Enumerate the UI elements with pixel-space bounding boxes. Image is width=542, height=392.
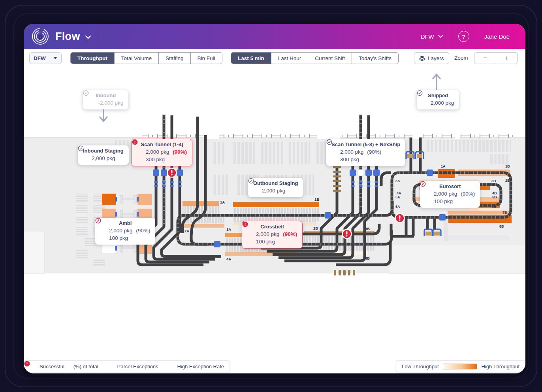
ok-percent: (90%) bbox=[283, 230, 297, 238]
callout-title: Scan Tunnel (5-8) + NexShip bbox=[331, 141, 400, 147]
callout-title: Ambi bbox=[100, 220, 150, 226]
legend-low-throughput: Low Throughput bbox=[402, 364, 439, 369]
callout-ambi[interactable]: Ambi 2,000 pkg(90%) 100 pkg bbox=[95, 218, 155, 245]
misc-bar bbox=[444, 220, 448, 241]
zoom-control: − + bbox=[474, 52, 518, 64]
tab-todays-shifts[interactable]: Today's Shifts bbox=[352, 53, 398, 64]
exception-outline-icon bbox=[100, 235, 106, 241]
svg-text:4B: 4B bbox=[365, 256, 370, 260]
callout-title: Inbound bbox=[88, 92, 123, 98]
app-title: Flow bbox=[55, 30, 80, 43]
ok-percent: (90%) bbox=[173, 148, 187, 156]
callout-title: Eurosort bbox=[425, 183, 475, 189]
callout-crossbelt[interactable]: Crossbelt 2,000 pkg(90%) 100 pkg bbox=[242, 221, 303, 249]
high-exception-badge[interactable] bbox=[343, 230, 352, 239]
svg-text:2B: 2B bbox=[505, 179, 510, 183]
ok-percent: (90%) bbox=[367, 148, 381, 156]
tab-staffing[interactable]: Staffing bbox=[158, 53, 190, 64]
check-circle-icon bbox=[88, 100, 94, 106]
throughput-gradient-bar bbox=[443, 364, 478, 369]
time-tab-group: Last 5 min Last Hour Current Shift Today… bbox=[231, 52, 399, 64]
ok-count: 2,000 pkg bbox=[340, 148, 363, 156]
callout-shipped[interactable]: Shipped 2,000 pkg bbox=[417, 90, 459, 109]
callout-eurosort[interactable]: Eurosort 2,000 pkg(90%) 100 pkg bbox=[420, 181, 480, 208]
tab-last-5-min[interactable]: Last 5 min bbox=[231, 53, 271, 64]
svg-text:6A: 6A bbox=[395, 205, 400, 209]
help-icon[interactable]: ? bbox=[458, 31, 469, 42]
svg-text:7B: 7B bbox=[502, 211, 507, 215]
callout-title: Inbound Staging bbox=[83, 148, 124, 154]
exception-outline-icon bbox=[107, 364, 113, 369]
exception-count: 100 pkg bbox=[109, 234, 128, 242]
tab-total-volume[interactable]: Total Volume bbox=[114, 53, 158, 64]
ok-count: 2,000 pkg bbox=[256, 230, 279, 238]
high-exception-badge[interactable] bbox=[167, 168, 177, 177]
check-circle-icon bbox=[247, 231, 253, 237]
ok-count: 2,000 pkg bbox=[109, 227, 132, 234]
exception-outline-icon bbox=[425, 198, 431, 204]
chevron-down-icon bbox=[438, 35, 443, 38]
building-cutout-left bbox=[24, 231, 44, 273]
zoom-label: Zoom bbox=[454, 55, 468, 61]
check-circle-icon bbox=[83, 155, 89, 161]
building-panel-right bbox=[389, 245, 525, 273]
svg-text:3A: 3A bbox=[226, 227, 231, 232]
layers-button[interactable]: Layers bbox=[414, 52, 449, 64]
throughput-legend: Low Throughput High Throughput bbox=[396, 360, 525, 372]
site-selector-header[interactable]: DFW bbox=[421, 33, 443, 40]
exception-count: 100 pkg bbox=[256, 238, 275, 245]
tab-current-shift[interactable]: Current Shift bbox=[308, 53, 352, 64]
callout-inbound-staging[interactable]: Inbound Staging 2,000 pkg bbox=[78, 145, 129, 165]
ok-count: 2,000 pkg bbox=[262, 187, 285, 194]
shipped-arrow-icon bbox=[433, 74, 440, 90]
chevron-down-icon[interactable] bbox=[85, 35, 91, 39]
callout-scan-tunnel-5-8[interactable]: Scan Tunnel (5-8) + NexShip 2,000 pkg(90… bbox=[326, 139, 405, 166]
ok-count: ~2,000 pkg bbox=[97, 99, 123, 107]
zoom-out-button[interactable]: − bbox=[474, 53, 496, 64]
svg-text:2A: 2A bbox=[184, 229, 189, 233]
check-circle-icon bbox=[422, 100, 428, 106]
callout-inbound[interactable]: Inbound ~2,000 pkg bbox=[83, 90, 128, 109]
exception-filled-icon bbox=[247, 239, 253, 245]
svg-text:3B: 3B bbox=[491, 179, 496, 183]
ok-percent: (90%) bbox=[136, 227, 150, 234]
tab-bin-full[interactable]: Bin Full bbox=[190, 53, 222, 64]
tab-last-hour[interactable]: Last Hour bbox=[271, 53, 308, 64]
legend-high-throughput: High Throughput bbox=[481, 364, 519, 369]
user-name[interactable]: Jane Doe bbox=[484, 33, 510, 40]
ok-count: 2,000 pkg bbox=[92, 155, 115, 162]
misc-bar bbox=[448, 236, 510, 240]
site-select-dropdown[interactable]: DFW bbox=[29, 52, 62, 64]
high-exception-badge[interactable] bbox=[395, 214, 405, 223]
callout-title: Scan Tunnel (1-4) bbox=[137, 141, 187, 147]
svg-text:3B: 3B bbox=[365, 226, 370, 231]
svg-text:1B: 1B bbox=[505, 164, 510, 168]
svg-text:3A: 3A bbox=[395, 179, 400, 183]
check-circle-icon bbox=[331, 156, 337, 162]
svg-text:1A: 1A bbox=[441, 164, 446, 168]
svg-text:8B: 8B bbox=[499, 224, 504, 228]
svg-text:5B: 5B bbox=[492, 195, 497, 199]
svg-text:p: p bbox=[38, 33, 42, 40]
ok-count: 2,000 pkg bbox=[431, 99, 454, 107]
callout-title: Shipped bbox=[422, 92, 454, 98]
svg-text:4A: 4A bbox=[226, 257, 231, 261]
app-header: p Flow DFW ? Jane Doe bbox=[24, 24, 525, 49]
facility-map[interactable]: 1A 1B 2A 2B 3A 3B 4A 4B 1A 1B 2A 2B 3A 3… bbox=[24, 67, 525, 373]
svg-text:1A: 1A bbox=[220, 200, 225, 204]
ok-count: 2,000 pkg bbox=[146, 148, 169, 156]
tab-throughput[interactable]: Throughput bbox=[71, 53, 114, 64]
callout-outbound-staging[interactable]: Outbound Staging 2,000 pkg bbox=[248, 178, 303, 197]
zoom-in-button[interactable]: + bbox=[496, 53, 518, 64]
svg-text:1B: 1B bbox=[314, 197, 319, 202]
svg-text:6B: 6B bbox=[491, 205, 496, 209]
flow-logo-icon: p bbox=[31, 27, 50, 46]
metric-tab-group: Throughput Total Volume Staffing Bin Ful… bbox=[70, 52, 222, 64]
ok-count: 2,000 pkg bbox=[434, 190, 457, 198]
check-circle-icon bbox=[137, 149, 143, 155]
toolbar: DFW Throughput Total Volume Staffing Bin… bbox=[24, 49, 525, 68]
callout-scan-tunnel-1-4[interactable]: Scan Tunnel (1-4) 2,000 pkg(90%) 300 pkg bbox=[132, 139, 192, 166]
svg-text:4A: 4A bbox=[397, 191, 401, 195]
callout-title: Outbound Staging bbox=[253, 180, 298, 186]
exception-count: 100 pkg bbox=[434, 198, 453, 205]
